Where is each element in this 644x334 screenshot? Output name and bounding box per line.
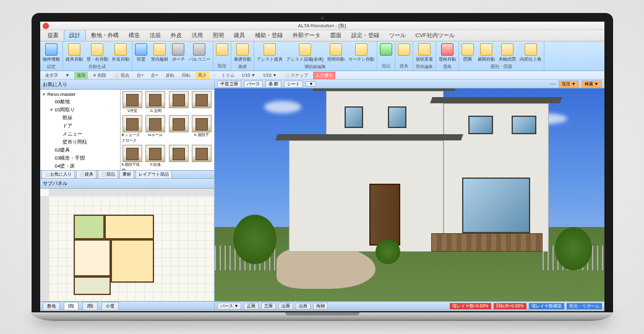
menu-tab-14[interactable]: CVF社内ツール xyxy=(411,30,460,41)
favorites-tab[interactable]: ⬜お気に入り xyxy=(41,170,75,179)
thumbnail-item[interactable] xyxy=(168,115,189,143)
ribbon-button[interactable] xyxy=(397,43,411,62)
tree-node[interactable]: ドア xyxy=(41,122,119,130)
menu-tab-7[interactable]: 照明 xyxy=(208,30,229,41)
room[interactable] xyxy=(74,239,111,276)
secondary-item[interactable]: トリム xyxy=(219,72,237,79)
ribbon-button[interactable]: 部屋 xyxy=(134,43,148,69)
view-header-button[interactable]: 基.断 xyxy=(265,80,281,88)
view-header-button[interactable]: 平屋 立面 xyxy=(217,80,242,88)
menu-tab-2[interactable]: 敷地・外構 xyxy=(86,30,124,41)
room[interactable] xyxy=(105,215,154,239)
ribbon-button[interactable]: 基礎自動 xyxy=(233,43,252,63)
3d-render-view[interactable] xyxy=(215,88,604,301)
tree-node[interactable]: 部屋 xyxy=(41,114,119,122)
room[interactable] xyxy=(74,276,111,295)
secondary-item[interactable]: 反転 xyxy=(163,72,177,79)
ribbon-button[interactable]: 屋根自動 xyxy=(437,43,457,63)
view-footer-tab[interactable]: 出西 xyxy=(296,302,311,310)
secondary-item[interactable]: 高さ xyxy=(195,72,209,79)
menu-tab-8[interactable]: 建具 xyxy=(229,30,250,41)
ribbon-button[interactable]: 展開自動 xyxy=(476,43,496,63)
view-header-button[interactable]: シート xyxy=(284,80,303,88)
secondary-item[interactable]: 回転 xyxy=(179,72,193,79)
menu-tab-6[interactable]: 汎用 xyxy=(187,30,208,41)
thumbnail-item[interactable] xyxy=(191,91,212,114)
secondary-item[interactable]: 1/10 ▼ xyxy=(239,72,259,78)
favorites-tab[interactable]: ⬜建具 xyxy=(76,170,97,179)
favorites-tab[interactable]: 素材 xyxy=(119,170,134,179)
thumbnail-item[interactable]: F.吹抜 xyxy=(145,145,166,170)
ribbon-button[interactable]: 外装自動 xyxy=(111,43,131,63)
secondary-item[interactable]: 入力優先 xyxy=(313,72,335,79)
menu-tab-0[interactable]: 提案 xyxy=(43,30,64,41)
ribbon-button[interactable]: ポーチ xyxy=(171,43,186,69)
thumbnail-item[interactable]: K.階段下 xyxy=(191,115,212,143)
secondary-item[interactable]: ⬜ スナップ xyxy=(282,72,311,79)
secondary-item[interactable]: ✕ 削除 xyxy=(90,72,109,79)
thumbnail-item[interactable] xyxy=(168,145,189,170)
secondary-item[interactable]: 合+ xyxy=(148,72,160,79)
menu-tab-1[interactable]: 設計 xyxy=(64,30,86,41)
room[interactable] xyxy=(74,215,105,239)
view-footer-tab[interactable]: パース ▼ xyxy=(217,302,242,310)
tree-node[interactable]: ▾01間取り xyxy=(41,106,119,114)
menu-tab-3[interactable]: 構造 xyxy=(124,30,145,41)
house-model[interactable] xyxy=(289,97,549,252)
secondary-item[interactable]: 合+ xyxy=(134,72,146,79)
view-header-button[interactable]: ▼ xyxy=(306,81,316,87)
tree-node[interactable]: 02建具 xyxy=(41,146,119,154)
menu-tab-10[interactable]: 外部データ xyxy=(288,30,325,41)
secondary-item[interactable]: ⬜ 視点 xyxy=(111,72,132,79)
room[interactable] xyxy=(111,239,154,283)
view-header-button[interactable]: 検索 ▼ xyxy=(582,80,602,88)
thumbnail-item[interactable]: K.階段下収納 xyxy=(122,145,144,170)
secondary-item[interactable]: 追加 xyxy=(74,72,88,79)
tree-node[interactable]: 壁吊り間柱 xyxy=(41,138,119,146)
floor-tab[interactable]: 2階 xyxy=(82,302,98,310)
tree-node[interactable]: メニュー xyxy=(41,130,119,138)
menu-tab-9[interactable]: 補助・登録 xyxy=(250,30,288,41)
tree-node[interactable]: 04壁・床 xyxy=(41,162,119,170)
menu-tab-12[interactable]: 設定・登録 xyxy=(346,30,384,41)
tree-node[interactable]: ▾Revo-master xyxy=(41,91,119,98)
ribbon-button[interactable]: 室内施材 xyxy=(150,43,170,69)
secondary-item[interactable] xyxy=(212,75,217,76)
secondary-item[interactable]: 1/10 ▼ xyxy=(260,72,280,78)
thumbnail-item[interactable] xyxy=(168,91,189,114)
ribbon-button[interactable]: 照明自動 xyxy=(326,43,346,63)
ribbon-button[interactable]: アシスト設備(全体) xyxy=(285,43,325,63)
secondary-item[interactable]: 全文字 xyxy=(43,72,61,79)
tree-node[interactable]: 00敷地 xyxy=(41,98,119,106)
ribbon-button[interactable] xyxy=(215,43,230,62)
floor-tab[interactable]: 敷地 xyxy=(43,302,60,310)
tree-node[interactable]: 03構造・手摺 xyxy=(41,154,119,162)
thumbnail-item[interactable]: H.ホール xyxy=(145,115,166,143)
floor-tab[interactable]: 1階 xyxy=(64,302,79,310)
ribbon-button[interactable]: 内部仕上表 xyxy=(518,43,543,63)
floorplan-canvas[interactable] xyxy=(49,196,214,301)
thumbnail-item[interactable]: G.玄関 xyxy=(145,91,166,114)
ribbon-button[interactable]: アシスト建具 xyxy=(255,43,284,63)
view-footer-tab[interactable]: 立面 xyxy=(261,302,276,310)
ribbon-button[interactable]: 建具自動 xyxy=(64,43,84,63)
floorplan-view[interactable] xyxy=(40,189,214,301)
ribbon-button[interactable]: バルコニー xyxy=(187,43,212,69)
thumbnail-item[interactable]: V洋室 xyxy=(122,91,144,114)
menu-tab-13[interactable]: ツール xyxy=(384,30,411,41)
view-header-button[interactable] xyxy=(550,84,556,85)
thumbnail-item[interactable] xyxy=(191,145,212,170)
ribbon-button[interactable]: 壁・柱自動 xyxy=(85,43,109,63)
ribbon-button[interactable]: 形状変更 xyxy=(414,43,434,63)
view-footer-tab[interactable]: 正面 xyxy=(244,302,259,310)
ribbon-button[interactable]: カーテン自動 xyxy=(347,43,376,63)
menu-tab-5[interactable]: 外皮 xyxy=(166,30,187,41)
ribbon-button[interactable] xyxy=(379,43,393,62)
ribbon-button[interactable]: 木軸伏図 xyxy=(497,43,517,63)
secondary-item[interactable]: ▼ xyxy=(63,72,72,78)
favorites-tab[interactable]: レイアウト部品 xyxy=(135,170,172,179)
ribbon-button[interactable]: 図面 xyxy=(460,43,475,63)
view-footer-tab[interactable]: 両側 xyxy=(313,302,328,310)
thumbnail-item[interactable]: B.シューズクローク xyxy=(122,115,144,143)
view-header-button[interactable]: 現況 ▼ xyxy=(559,80,579,88)
